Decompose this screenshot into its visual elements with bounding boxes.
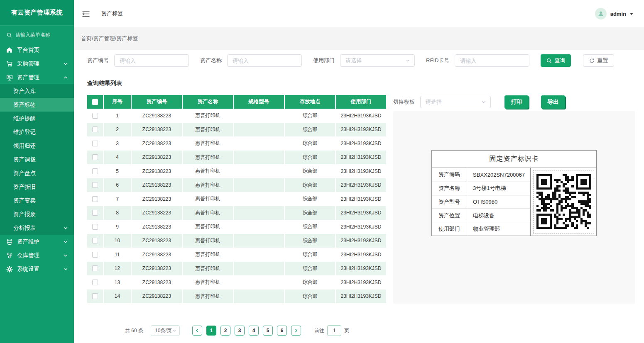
row-checkbox[interactable] — [92, 141, 98, 146]
cart-icon — [6, 61, 13, 67]
cell: 6 — [104, 178, 132, 192]
sidebar-subitem-borrow-return[interactable]: 领用归还 — [0, 139, 74, 153]
card-row-label: 使用部门 — [432, 222, 467, 236]
row-checkbox[interactable] — [92, 210, 98, 216]
sidebar-subitem-maintenance-reminder[interactable]: 维护提醒 — [0, 112, 74, 125]
reset-button-label: 重置 — [597, 57, 608, 64]
page-size-select[interactable]: 10条/页 — [151, 325, 180, 336]
table-header-row: 序号资产编号资产名称规格型号存放地点使用部门 — [87, 95, 387, 109]
row-checkbox[interactable] — [92, 265, 98, 271]
cell: 综合部 — [285, 220, 336, 234]
cell: 惠普打印机 — [183, 164, 234, 178]
cell: 惠普打印机 — [183, 234, 234, 248]
row-checkbox[interactable] — [92, 182, 98, 188]
cell: 23HI2H3193KJSD — [336, 248, 387, 262]
page-button-3[interactable]: 3 — [235, 326, 245, 336]
cell: 23HI2H3193KJSD — [336, 275, 387, 289]
row-checkbox[interactable] — [92, 293, 98, 299]
cell: 惠普打印机 — [183, 136, 234, 151]
column-header: 资产名称 — [183, 95, 234, 109]
row-checkbox[interactable] — [92, 224, 98, 230]
row-checkbox[interactable] — [92, 168, 98, 174]
row-select-cell — [87, 206, 104, 220]
asset-no-label: 资产编号 — [87, 57, 109, 64]
cell: 9 — [104, 220, 132, 234]
column-header: 资产编号 — [132, 95, 183, 109]
table-row: 2ZC29138223惠普打印机综合部23HI2H3193KJSD — [87, 123, 387, 137]
search-button[interactable]: 查询 — [541, 54, 571, 67]
cell: 惠普打印机 — [183, 109, 234, 123]
cell: 惠普打印机 — [183, 220, 234, 234]
cell: 7 — [104, 192, 132, 206]
asset-name-input[interactable] — [227, 54, 302, 67]
table-row: 6ZC29138223惠普打印机综合部23HI2H3193KJSD — [87, 178, 387, 192]
row-checkbox[interactable] — [92, 280, 98, 285]
print-button[interactable]: 打印 — [504, 95, 529, 109]
cell — [234, 220, 285, 234]
row-checkbox[interactable] — [92, 113, 98, 119]
row-checkbox[interactable] — [92, 154, 98, 160]
card-row-value: OTIS0980 — [467, 195, 531, 209]
card-row-label: 资产型号 — [432, 195, 467, 209]
page-button-4[interactable]: 4 — [249, 326, 259, 336]
sidebar-subitem-asset-inventory[interactable]: 资产盘点 — [0, 166, 74, 180]
template-select[interactable]: 请选择 — [420, 96, 491, 108]
topbar: 资产标签 admin — [74, 0, 644, 27]
sidebar-subitem-asset-label[interactable]: 资产标签 — [0, 98, 74, 112]
goto-label: 前往 — [314, 327, 324, 334]
sidebar-item-warehouse-management[interactable]: 仓库管理 — [0, 248, 74, 262]
cell: 惠普打印机 — [183, 151, 234, 165]
app-title: 有云资产管理系统 — [0, 0, 74, 26]
cell: 综合部 — [285, 151, 336, 165]
sidebar-subitem-analysis-report[interactable]: 分析报表 — [0, 221, 74, 235]
asset-no-input[interactable] — [114, 54, 189, 67]
row-checkbox[interactable] — [92, 196, 98, 202]
sidebar-subitem-maintenance-register[interactable]: 维护登记 — [0, 125, 74, 139]
sidebar-item-asset-management[interactable]: 资产管理 — [0, 71, 74, 84]
sidebar-item-system-settings[interactable]: 系统设置 — [0, 262, 74, 276]
table-row: 1ZC29138223惠普打印机综合部23HI2H3193KJSD — [87, 109, 387, 123]
row-select-cell — [87, 109, 104, 123]
department-select[interactable]: 请选择 — [340, 54, 415, 67]
cell: 23HI2H3193KJSD — [336, 178, 387, 192]
cell: 2 — [104, 123, 132, 137]
row-checkbox[interactable] — [92, 238, 98, 243]
sidebar-subitem-asset-depreciation[interactable]: 资产折旧 — [0, 180, 74, 194]
sidebar-collapse-icon[interactable] — [81, 10, 91, 18]
database-icon — [6, 238, 13, 245]
page-button-6[interactable]: 6 — [277, 326, 287, 336]
sidebar-subitem-asset-transfer[interactable]: 资产调拨 — [0, 153, 74, 166]
goto-page: 前往页 — [314, 325, 349, 336]
cell: 综合部 — [285, 109, 336, 123]
cell: ZC29138223 — [132, 275, 183, 289]
sidebar-item-asset-maintenance[interactable]: 资产维护 — [0, 235, 74, 248]
sidebar-item-platform-home[interactable]: 平台首页 — [0, 43, 74, 57]
table-row: 11ZC29138223惠普打印机综合部23HI2H3193KJSD — [87, 248, 387, 262]
sidebar-subitem-asset-scrap[interactable]: 资产报废 — [0, 207, 74, 221]
row-checkbox[interactable] — [92, 126, 98, 132]
table-row: 13ZC29138223惠普打印机综合部23HI2H3193KJSD — [87, 275, 387, 289]
page-button-1[interactable]: 1 — [206, 326, 216, 336]
cell: 12 — [104, 262, 132, 276]
page-button-2[interactable]: 2 — [220, 326, 230, 336]
user-menu[interactable]: admin — [595, 8, 633, 19]
sidebar-subitem-label: 资产入库 — [13, 88, 68, 95]
row-checkbox[interactable] — [92, 252, 98, 258]
column-header: 序号 — [104, 95, 132, 109]
rfid-input[interactable] — [455, 54, 529, 67]
export-button[interactable]: 导出 — [541, 95, 565, 109]
cell: 惠普打印机 — [183, 262, 234, 276]
cell: 综合部 — [285, 178, 336, 192]
page-button-5[interactable]: 5 — [263, 326, 273, 336]
sidebar-menu: 平台首页采购管理资产管理资产入库资产标签维护提醒维护登记领用归还资产调拨资产盘点… — [0, 43, 74, 343]
goto-page-input[interactable] — [327, 325, 341, 336]
menu-search-input[interactable]: 请输入菜单名称 — [0, 27, 74, 43]
sidebar-subitem-asset-inbound[interactable]: 资产入库 — [0, 84, 74, 98]
select-all-checkbox[interactable] — [92, 99, 98, 105]
prev-page-button[interactable] — [192, 326, 202, 336]
sidebar-subitem-asset-sale[interactable]: 资产变卖 — [0, 194, 74, 207]
cell — [234, 151, 285, 165]
reset-button[interactable]: 重置 — [583, 54, 614, 67]
sidebar-item-procurement-management[interactable]: 采购管理 — [0, 57, 74, 71]
next-page-button[interactable] — [291, 326, 301, 336]
